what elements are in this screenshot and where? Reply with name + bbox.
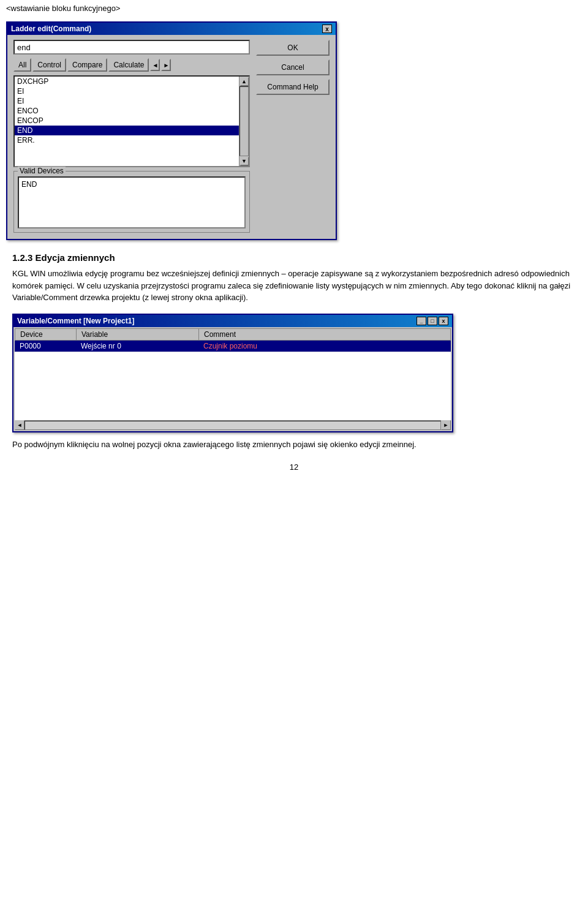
list-item-err[interactable]: ERR. (15, 135, 239, 145)
variable-comment-dialog: Variable/Comment [New Project1] _ □ x De… (12, 314, 453, 432)
hscroll-left-button[interactable]: ◄ (15, 420, 24, 430)
command-listbox[interactable]: DXCHGP EI EI ENCO ENCOP END ERR. ▲ ▼ (13, 75, 250, 167)
variable-table: Device Variable Comment (15, 328, 451, 341)
col-comment: Comment (199, 328, 451, 340)
valid-devices-inner: END (18, 176, 246, 228)
dialog1-title: Ladder edit(Command) (11, 25, 91, 33)
filter-scroll-left-button[interactable]: ◄ (150, 59, 160, 71)
scrollbar-up-button[interactable]: ▲ (239, 77, 249, 86)
dialog2-maximize-button[interactable]: □ (428, 317, 437, 325)
bottom-paragraph: Po podwójnym kliknięciu na wolnej pozycj… (0, 432, 588, 451)
col-variable: Variable (77, 328, 199, 340)
dialog1-titlebar: Ladder edit(Command) x (7, 23, 336, 35)
command-list: DXCHGP EI EI ENCO ENCOP END ERR. (15, 77, 239, 145)
section-heading: 1.2.3 Edycja zmiennych (12, 252, 576, 263)
list-item-ei1[interactable]: EI (15, 86, 239, 96)
dialog1-body: All Control Compare Calculate ◄ ► DXCHGP… (7, 35, 336, 239)
variable-table-header: Device Variable Comment (15, 328, 451, 340)
dialog2-area: Variable/Comment [New Project1] _ □ x De… (0, 309, 588, 432)
cell-variable: Wejście nr 0 (76, 341, 198, 352)
list-item-dxchgp[interactable]: DXCHGP (15, 77, 239, 86)
list-item-ei2[interactable]: EI (15, 96, 239, 106)
filter-calculate-button[interactable]: Calculate (108, 58, 149, 72)
filter-all-button[interactable]: All (13, 58, 31, 72)
col-device: Device (15, 328, 77, 340)
dialog2-titlebar: Variable/Comment [New Project1] _ □ x (13, 315, 452, 327)
filter-control-button[interactable]: Control (32, 58, 66, 72)
ladder-edit-dialog: Ladder edit(Command) x All Control Compa… (6, 21, 337, 240)
filter-scroll-right-button[interactable]: ► (161, 59, 171, 71)
valid-devices-value: END (21, 180, 37, 189)
cell-device: P0000 (15, 341, 76, 352)
variable-table-body[interactable]: P0000 Wejście nr 0 Czujnik poziomu (15, 341, 451, 420)
dialog2-titlebar-buttons: _ □ x (417, 317, 448, 325)
command-help-button[interactable]: Command Help (256, 79, 330, 95)
dialog2-minimize-button[interactable]: _ (417, 317, 426, 325)
list-item-end[interactable]: END (15, 126, 239, 135)
dialog2-title: Variable/Comment [New Project1] (17, 317, 134, 325)
page-number: 12 (0, 462, 588, 484)
variable-table-header-row: Device Variable Comment (15, 328, 451, 340)
paragraph1: KGL WIN umożliwia edycję programu bez wc… (12, 268, 576, 304)
ok-button[interactable]: OK (256, 40, 330, 56)
command-list-scrollbar[interactable]: ▲ ▼ (239, 77, 249, 166)
valid-devices-group: Valid Devices END (13, 171, 250, 233)
command-input[interactable] (13, 40, 250, 55)
list-item-encop[interactable]: ENCOP (15, 116, 239, 126)
dialog1-close-button[interactable]: x (322, 25, 332, 33)
paragraph2-text: Po podwójnym kliknięciu na wolnej pozycj… (12, 440, 417, 449)
table-row[interactable]: P0000 Wejście nr 0 Czujnik poziomu (15, 341, 451, 352)
variable-table-rows: P0000 Wejście nr 0 Czujnik poziomu (15, 341, 451, 352)
valid-devices-legend: Valid Devices (18, 167, 66, 175)
dialog2-body: Device Variable Comment P0000 Wejście nr… (13, 327, 452, 431)
dialog1-area: Ladder edit(Command) x All Control Compa… (0, 15, 588, 246)
scrollbar-down-button[interactable]: ▼ (239, 156, 249, 166)
hscroll-right-button[interactable]: ► (441, 420, 451, 430)
hscroll-track[interactable] (24, 421, 441, 430)
variable-table-data: P0000 Wejście nr 0 Czujnik poziomu (15, 341, 451, 352)
cell-comment: Czujnik poziomu (198, 341, 451, 352)
filter-row: All Control Compare Calculate ◄ ► (13, 58, 250, 72)
top-label: <wstawianie bloku funkcyjnego> (0, 0, 588, 15)
dialog2-scrollbar[interactable]: ◄ ► (15, 420, 451, 430)
list-item-enco[interactable]: ENCO (15, 106, 239, 116)
dialog2-close-button[interactable]: x (439, 317, 448, 325)
content-area: 1.2.3 Edycja zmiennych KGL WIN umożliwia… (0, 246, 588, 304)
dialog1-left: All Control Compare Calculate ◄ ► DXCHGP… (13, 40, 250, 233)
dialog1-right: OK Cancel Command Help (256, 40, 330, 233)
cancel-button[interactable]: Cancel (256, 59, 330, 75)
filter-compare-button[interactable]: Compare (67, 58, 107, 72)
scrollbar-track[interactable] (239, 86, 249, 156)
